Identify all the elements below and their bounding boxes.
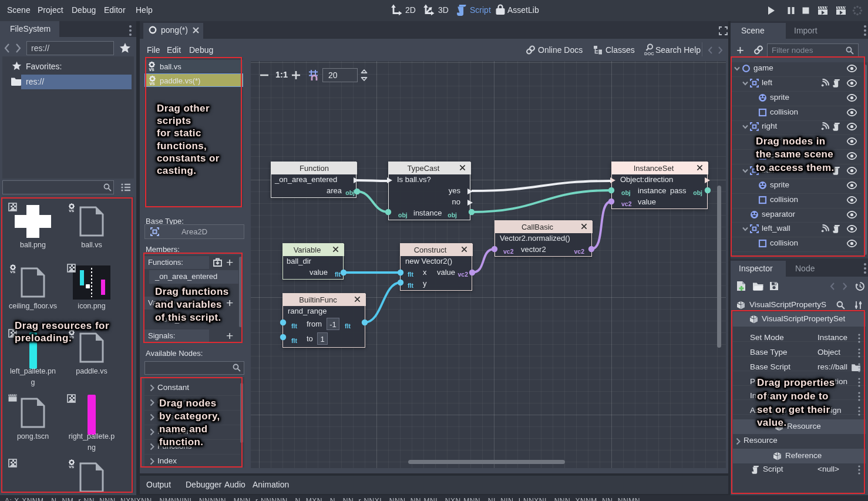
svg-text:DOC: DOC <box>644 51 654 56</box>
svg-text:vs: vs <box>69 464 74 469</box>
svg-text:vs: vs <box>149 66 154 71</box>
svg-text:vs: vs <box>10 269 15 274</box>
svg-text:vs: vs <box>69 208 74 213</box>
svg-text:vs: vs <box>149 80 155 85</box>
